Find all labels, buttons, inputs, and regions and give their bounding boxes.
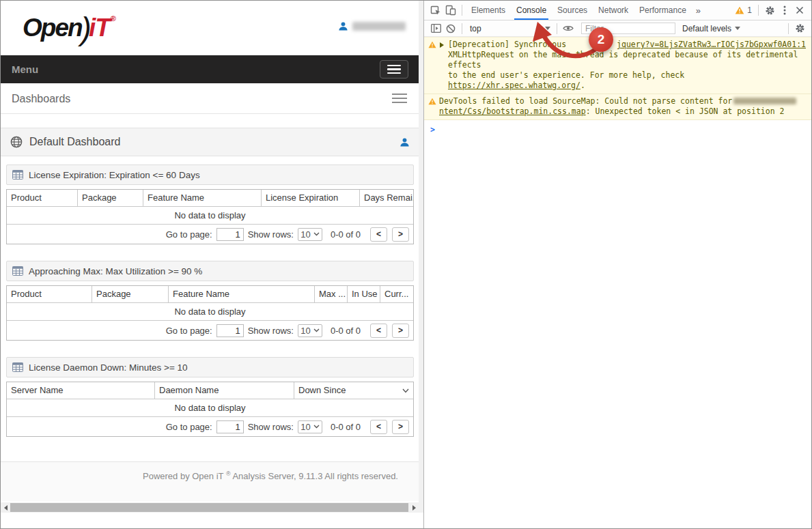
gear-icon[interactable] — [762, 3, 777, 18]
globe-icon — [10, 136, 23, 148]
issues-warning-counter[interactable]: 1 — [735, 5, 752, 15]
rows-per-page-select[interactable]: 10 — [298, 228, 322, 241]
prev-page-button[interactable]: < — [370, 324, 387, 338]
column-header[interactable]: Feature Name — [143, 190, 262, 206]
column-header[interactable]: Down Since — [294, 382, 413, 399]
javascript-context-select[interactable]: top — [467, 24, 553, 33]
page-title: Default Dashboard — [29, 136, 120, 148]
page-number-input[interactable] — [216, 228, 244, 241]
column-header[interactable]: In Use — [348, 286, 380, 302]
message-text: XMLHttpRequest on the main thread is dep… — [439, 50, 806, 70]
table-grid-icon — [12, 266, 23, 276]
kebab-menu-icon[interactable] — [777, 3, 792, 18]
console-sidebar-icon[interactable] — [428, 21, 443, 36]
message-text: ntent/Css/bootstrap.min.css.map: Unexpec… — [439, 106, 806, 117]
logged-in-user[interactable] — [338, 21, 406, 31]
console-prompt[interactable]: > — [424, 120, 811, 134]
dashboards-menu-button[interactable] — [392, 94, 407, 103]
menu-label: Menu — [1, 55, 38, 83]
vertical-scrollbar[interactable] — [419, 1, 423, 513]
column-header[interactable]: Curr... — [380, 286, 413, 302]
page-number-input[interactable] — [216, 324, 244, 337]
tab-elements[interactable]: Elements — [466, 1, 511, 20]
person-icon — [400, 137, 410, 147]
dashboard-header[interactable]: Default Dashboard — [1, 128, 423, 156]
horizontal-scrollbar[interactable] — [1, 502, 419, 513]
rows-per-page-select[interactable]: 10 — [298, 420, 322, 433]
rows-value: 10 — [300, 326, 310, 336]
show-rows-label: Show rows: — [248, 229, 294, 240]
scroll-left-arrow[interactable] — [1, 502, 10, 513]
tab-performance[interactable]: Performance — [634, 1, 692, 20]
screenshot-window: Open)iT® Menu Dashboards Default Dash — [0, 0, 812, 529]
page-number-input[interactable] — [216, 420, 244, 433]
panel-caption[interactable]: Approaching Max: Max Utilization >= 90 % — [6, 261, 414, 281]
column-header[interactable]: Product — [7, 286, 92, 302]
inspect-cursor-icon[interactable] — [428, 3, 443, 18]
pager: Go to page: Show rows: 10 0-0 of 0 < > — [7, 225, 413, 244]
column-header[interactable]: License Expiration — [262, 190, 360, 206]
scroll-right-arrow[interactable] — [409, 502, 419, 513]
console-settings-gear-icon[interactable] — [792, 21, 807, 36]
eye-icon[interactable] — [561, 21, 576, 36]
column-header[interactable]: Days Remai... — [360, 190, 413, 206]
more-tabs-chevron[interactable]: » — [692, 5, 705, 16]
data-grid: Product Package Feature Name License Exp… — [6, 189, 414, 244]
column-header[interactable]: Product — [7, 190, 78, 206]
redacted-url-fragment — [733, 98, 796, 104]
dashboard-user-button[interactable] — [400, 137, 410, 147]
close-icon[interactable] — [792, 3, 807, 18]
panel-title: License Daemon Down: Minutes >= 10 — [29, 362, 188, 373]
grid-header-row: Server Name Daemon Name Down Since — [7, 382, 413, 399]
widget-license-expiration: License Expiration: Expiration <= 60 Day… — [6, 165, 414, 244]
go-to-page-label: Go to page: — [166, 326, 212, 336]
tab-console[interactable]: Console — [511, 1, 552, 20]
pager: Go to page: Show rows: 10 0-0 of 0 < > — [7, 321, 413, 340]
spec-link[interactable]: https://xhr.spec.whatwg.org/ — [448, 81, 580, 90]
source-location-link[interactable]: jquery?v=8LjsZVatRw3…rIOCjs7bGpxwf0A01:1 — [608, 40, 806, 50]
empty-table-message: No data to display — [7, 207, 413, 225]
browser-page: Open)iT® Menu Dashboards Default Dash — [1, 1, 423, 528]
next-page-button[interactable]: > — [392, 324, 409, 338]
go-to-page-label: Go to page: — [166, 422, 212, 432]
column-header[interactable]: Server Name — [7, 382, 155, 399]
next-page-button[interactable]: > — [392, 420, 409, 434]
widget-license-daemon-down: License Daemon Down: Minutes >= 10 Serve… — [6, 357, 414, 437]
grid-header-row: Product Package Feature Name License Exp… — [7, 190, 413, 207]
column-header[interactable]: Daemon Name — [155, 382, 294, 399]
tab-sources[interactable]: Sources — [552, 1, 593, 20]
horizontal-scrollbar-thumb[interactable] — [10, 503, 408, 512]
panel-caption[interactable]: License Expiration: Expiration <= 60 Day… — [6, 165, 414, 185]
device-toolbar-icon[interactable] — [443, 3, 458, 18]
column-header[interactable]: Package — [78, 190, 143, 206]
column-header[interactable]: Package — [92, 286, 169, 302]
logo-word: Open — [23, 14, 82, 42]
chevron-down-icon — [313, 232, 320, 236]
warning-count: 1 — [747, 5, 752, 15]
tab-network[interactable]: Network — [593, 1, 634, 20]
prev-page-button[interactable]: < — [370, 227, 387, 242]
log-levels-select[interactable]: Default levels — [682, 24, 740, 33]
registered-mark: ® — [226, 470, 231, 477]
column-header[interactable]: Max ... — [315, 286, 348, 302]
rows-per-page-select[interactable]: 10 — [298, 324, 322, 337]
annotation-step-badge: 2 — [589, 27, 613, 52]
next-page-button[interactable]: > — [392, 227, 409, 242]
column-menu-chevron-icon[interactable] — [402, 388, 409, 393]
message-text: DevTools failed to load SourceMap: Could… — [439, 96, 806, 106]
warning-triangle-icon — [428, 98, 436, 105]
expand-triangle-icon[interactable] — [440, 42, 444, 48]
column-header[interactable]: Feature Name — [169, 286, 315, 302]
warning-triangle-icon — [735, 6, 744, 14]
widget-approaching-max: Approaching Max: Max Utilization >= 90 %… — [6, 261, 414, 341]
warning-triangle-icon — [428, 41, 436, 48]
clear-console-icon[interactable] — [443, 21, 458, 36]
data-grid: Product Package Feature Name Max ... In … — [6, 285, 414, 341]
panel-caption[interactable]: License Daemon Down: Minutes >= 10 — [6, 357, 414, 377]
navbar-toggle-button[interactable] — [380, 60, 408, 78]
panel-title: Approaching Max: Max Utilization >= 90 % — [29, 266, 202, 276]
console-toolbar: top Default levels — [424, 20, 811, 37]
site-header: Open)iT® — [1, 1, 423, 55]
sourcemap-link[interactable]: ntent/Css/bootstrap.min.css.map — [439, 106, 586, 116]
prev-page-button[interactable]: < — [370, 420, 387, 434]
